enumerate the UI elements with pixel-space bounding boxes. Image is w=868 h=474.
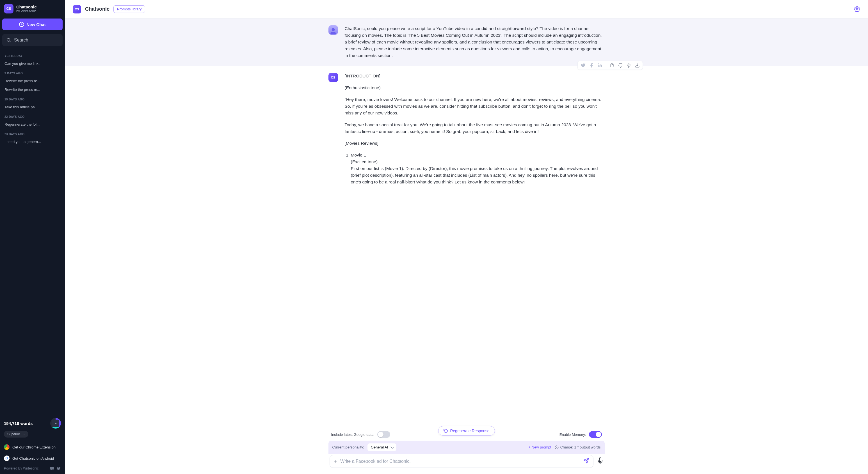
chrome-extension-link[interactable]: Get our Chrome Extension (4, 441, 61, 453)
movie-tone: (Excited tone) (351, 159, 378, 164)
chrome-icon (4, 444, 9, 450)
personality-select[interactable]: General AI (368, 443, 396, 451)
message-action-bar (578, 61, 643, 70)
personality-value: General AI (371, 445, 388, 449)
google-data-toggle-group: Include latest Google data: (331, 431, 391, 438)
user-message-text: ChatSonic, could you please write a scri… (345, 25, 605, 59)
twitter-share-icon[interactable] (581, 63, 586, 68)
new-prompt-button[interactable]: + New prompt (528, 445, 551, 449)
composer-input-box: + (330, 455, 593, 468)
movie-title: Movie 1 (351, 153, 366, 157)
section-label: 23 DAYS AGO (0, 129, 65, 137)
search-placeholder: Search (14, 38, 28, 43)
answer-p: (Enthusiastic tone) (345, 84, 605, 91)
brand-title: Chatsonic (16, 4, 37, 9)
link-label: Get Chatsonic on Android (12, 456, 54, 461)
download-icon[interactable] (635, 63, 640, 68)
regenerate-label: Regenerate Response (450, 429, 489, 433)
chat-history-item[interactable]: Rewrite the press re... (0, 76, 65, 85)
facebook-share-icon[interactable] (589, 63, 594, 68)
chat-history-item[interactable]: Regennerate the foll... (0, 120, 65, 129)
movie-body: First on our list is (Movie 1). Directed… (351, 166, 598, 184)
search-input[interactable]: Search (2, 34, 63, 46)
composer-zone: Regenerate Response Include latest Googl… (65, 431, 868, 474)
new-chat-button[interactable]: + New Chat (2, 19, 63, 30)
charge-info: Charge: 1 * output words (555, 445, 601, 449)
plus-icon: + (19, 22, 24, 27)
brand-sub: by Writesonic (16, 9, 37, 13)
link-label: Get our Chrome Extension (12, 445, 56, 449)
main-panel: CS Chatsonic Prompts library ChatSonic, … (65, 0, 868, 474)
brand-text: Chatsonic by Writesonic (16, 4, 37, 13)
discord-icon[interactable] (50, 466, 54, 471)
answer-p: "Hey there, movie lovers! Welcome back t… (345, 96, 605, 116)
assistant-message-row: CS [INTRODUCTION] (Enthusiastic tone) "H… (65, 66, 868, 193)
sidebar: CS Chatsonic by Writesonic + New Chat Se… (0, 0, 65, 474)
chevron-down-icon: ⌄ (22, 432, 25, 436)
plan-selector[interactable]: Superior ⌄ (4, 431, 28, 438)
linkedin-share-icon[interactable] (597, 63, 602, 68)
composer-input[interactable] (340, 459, 580, 464)
mic-button[interactable] (597, 458, 603, 465)
assistant-avatar: CS (329, 73, 338, 82)
brand-block: CS Chatsonic by Writesonic (0, 0, 65, 15)
user-avatar (329, 25, 338, 35)
memory-toggle-label: Enable Memory: (559, 433, 586, 437)
memory-toggle[interactable] (589, 431, 602, 438)
search-icon (6, 38, 11, 43)
prompts-library-button[interactable]: Prompts library (114, 5, 145, 13)
twitter-icon[interactable] (56, 466, 61, 471)
page-title: Chatsonic (85, 6, 110, 12)
info-icon (555, 445, 559, 449)
charge-text: Charge: 1 * output words (560, 445, 601, 449)
svg-line-1 (9, 41, 10, 42)
section-label: 9 DAYS AGO (0, 68, 65, 76)
app-logo-small: CS (73, 5, 81, 13)
svg-point-0 (7, 38, 10, 41)
svg-point-2 (856, 8, 858, 10)
sidebar-footer: 194,718 words w Superior ⌄ Get our Chrom… (0, 415, 65, 474)
attach-icon[interactable]: + (334, 458, 337, 465)
assistant-message-text: [INTRODUCTION] (Enthusiastic tone) "Hey … (345, 73, 605, 187)
user-message-row: ChatSonic, could you please write a scri… (65, 19, 868, 66)
answer-p: Today, we have a special treat for you. … (345, 122, 605, 135)
usage-ring-icon[interactable]: w (50, 418, 61, 429)
memory-toggle-group: Enable Memory: (559, 431, 602, 438)
plan-label: Superior (7, 432, 20, 436)
section-label: 22 DAYS AGO (0, 111, 65, 120)
refresh-icon (443, 429, 448, 433)
brand-logo: CS (4, 4, 13, 13)
google-toggle-label: Include latest Google data: (331, 433, 375, 437)
thumbs-down-icon[interactable] (618, 63, 623, 68)
regenerate-button[interactable]: Regenerate Response (438, 426, 495, 436)
google-icon: G (4, 455, 9, 461)
android-link[interactable]: G Get Chatsonic on Android (4, 453, 61, 464)
chat-history-item[interactable]: Take this article pa... (0, 103, 65, 111)
new-chat-label: New Chat (26, 22, 45, 27)
bolt-icon[interactable] (626, 63, 631, 68)
section-label: YESTERDAY (0, 50, 65, 59)
chat-scroll[interactable]: ChatSonic, could you please write a scri… (65, 19, 868, 431)
answer-list-item: Movie 1 (Excited tone) First on our list… (351, 152, 605, 185)
chat-history-item[interactable]: Rewrite the press re... (0, 85, 65, 94)
powered-by: Powered By Writesonic (4, 464, 61, 471)
google-data-toggle[interactable] (377, 431, 390, 438)
topbar: CS Chatsonic Prompts library (65, 0, 868, 19)
personality-label: Current personality: (332, 445, 364, 449)
section-label: 19 DAYS AGO (0, 94, 65, 103)
settings-icon[interactable] (854, 6, 860, 12)
chat-history: YESTERDAY Can you give me link... 9 DAYS… (0, 48, 65, 415)
answer-p: [INTRODUCTION] (345, 73, 605, 79)
chat-history-item[interactable]: Can you give me link... (0, 59, 65, 68)
powered-label: Powered By Writesonic (4, 467, 39, 470)
answer-p: [Movies Reviews] (345, 140, 605, 147)
chat-history-item[interactable]: I need you to genera... (0, 137, 65, 146)
word-count: 194,718 words (4, 421, 33, 426)
personality-row: Current personality: General AI + New pr… (329, 441, 605, 454)
send-button[interactable] (583, 458, 589, 465)
thumbs-up-icon[interactable] (610, 63, 615, 68)
